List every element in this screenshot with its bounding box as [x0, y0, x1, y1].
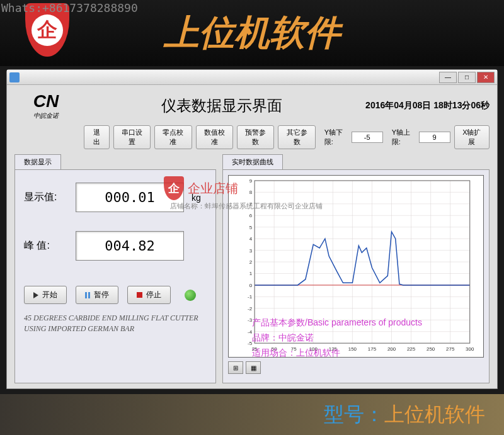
value-calibrate-button[interactable]: 数值校准: [196, 125, 233, 149]
other-params-button[interactable]: 其它参数: [278, 125, 315, 149]
center-watermark-sub: 店铺名称：蚌埠传感器系统工程有限公司企业店铺: [170, 201, 323, 211]
svg-text:-2: -2: [248, 306, 253, 312]
exit-button[interactable]: 退出: [84, 125, 110, 149]
display-value-label: 显示值:: [24, 191, 68, 204]
page-title: 仪表数据显示界面: [90, 96, 353, 116]
y-upper-label: Y轴上限:: [392, 128, 415, 147]
maximize-button[interactable]: □: [458, 72, 476, 83]
product-params-overlay: 产品基本参数/Basic parameters of products 品牌：中…: [252, 317, 422, 363]
y-upper-input[interactable]: [419, 132, 450, 143]
chart-tool-1[interactable]: ⊞: [228, 361, 243, 374]
alarm-params-button[interactable]: 预警参数: [237, 125, 274, 149]
tab-data-display[interactable]: 数据显示: [14, 154, 61, 169]
pause-icon: [85, 292, 90, 298]
bottom-bar: 型号：上位机软件: [0, 394, 504, 435]
svg-text:8: 8: [249, 189, 253, 195]
svg-text:2: 2: [249, 259, 253, 265]
svg-text:3: 3: [249, 248, 253, 254]
svg-text:1: 1: [249, 271, 253, 276]
footer-caption: 45 DEGREES CARBIDE END MILLING FLAT CUTT…: [24, 313, 207, 334]
peak-value: 004.82: [76, 231, 184, 261]
toolbar: 退出 串口设置 零点校准 数值校准 预警参数 其它参数 Y轴下限: Y轴上限: …: [84, 125, 490, 149]
tab-realtime-curve[interactable]: 实时数据曲线: [222, 154, 283, 169]
svg-text:4: 4: [249, 236, 253, 242]
x-expand-button[interactable]: X轴扩展: [454, 125, 490, 149]
stop-icon: [137, 292, 142, 298]
pause-button[interactable]: 暂停: [76, 286, 118, 304]
timestamp: 2016年04月08日 18时13分06秒: [365, 100, 490, 111]
svg-text:0: 0: [249, 283, 253, 288]
stop-button[interactable]: 停止: [127, 286, 171, 304]
peak-value-label: 峰 值:: [24, 239, 68, 252]
svg-text:6: 6: [249, 213, 253, 218]
shield-icon: 企: [32, 14, 63, 46]
y-lower-input[interactable]: [352, 132, 383, 143]
start-button[interactable]: 开始: [24, 286, 67, 304]
svg-text:-1: -1: [248, 294, 253, 300]
svg-text:300: 300: [466, 346, 474, 352]
close-button[interactable]: ✕: [477, 72, 495, 83]
svg-text:250: 250: [427, 346, 435, 352]
logo: CN 中皖金诺: [14, 90, 77, 121]
titlebar: — □ ✕: [7, 70, 497, 85]
contact-watermark: Whats:+8617378288890: [1, 1, 138, 14]
chart-tool-2[interactable]: ▦: [246, 361, 261, 374]
svg-text:5: 5: [249, 225, 253, 230]
svg-text:275: 275: [446, 346, 455, 352]
minimize-button[interactable]: —: [439, 72, 457, 83]
serial-settings-button[interactable]: 串口设置: [113, 125, 151, 149]
zero-calibrate-button[interactable]: 零点校准: [154, 125, 192, 149]
app-icon: [9, 72, 20, 82]
play-icon: [33, 292, 38, 298]
center-watermark: 企 企业店铺: [164, 176, 238, 200]
status-led: [185, 290, 196, 301]
svg-text:9: 9: [249, 178, 253, 184]
y-lower-label: Y轴下限:: [324, 128, 348, 147]
banner-title: 上位机软件: [164, 9, 340, 57]
